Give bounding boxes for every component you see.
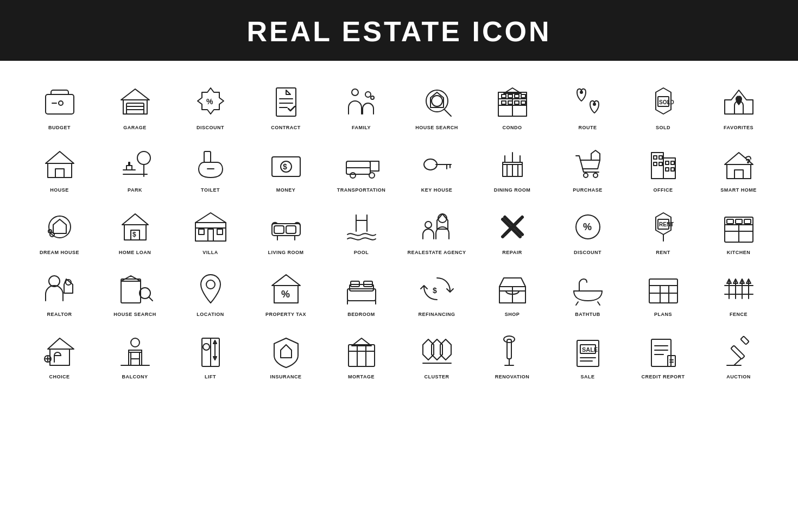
icon-cell-dream-house: DREAM HOUSE bbox=[22, 202, 97, 259]
discount2-label: DISCOUNT bbox=[574, 250, 601, 256]
garage-label: GARAGE bbox=[123, 125, 147, 131]
icon-cell-plans: PLANS bbox=[625, 264, 701, 321]
svg-text:$: $ bbox=[433, 286, 437, 295]
svg-rect-73 bbox=[654, 156, 657, 159]
park-icon bbox=[116, 145, 155, 184]
icon-cell-toilet: TOILET bbox=[173, 140, 248, 197]
svg-marker-11 bbox=[286, 90, 290, 94]
icon-cell-fence: FENCE bbox=[701, 264, 776, 321]
mortage-icon bbox=[342, 332, 381, 371]
house-icon bbox=[40, 145, 79, 184]
icon-cell-cluster: CLUSTER bbox=[399, 326, 474, 383]
park-label: PARK bbox=[128, 187, 142, 193]
svg-line-20 bbox=[445, 110, 451, 116]
icon-cell-credit-report: CREDIT REPORT bbox=[625, 326, 701, 383]
realtor-label: REALTOR bbox=[47, 312, 72, 318]
icon-cell-choice: CHOICE bbox=[22, 326, 97, 383]
realestate-agency-icon bbox=[417, 207, 457, 246]
lift-icon bbox=[191, 332, 230, 371]
svg-marker-89 bbox=[122, 214, 148, 225]
toilet-icon bbox=[191, 145, 230, 184]
svg-rect-166 bbox=[50, 349, 69, 365]
icon-cell-money: $ MONEY bbox=[248, 140, 324, 197]
svg-rect-42 bbox=[55, 169, 64, 178]
icon-cell-bathtub: BATHTUB bbox=[550, 264, 625, 321]
svg-rect-150 bbox=[649, 279, 677, 303]
svg-point-16 bbox=[365, 92, 371, 97]
budget-icon bbox=[40, 83, 79, 122]
fence-label: FENCE bbox=[730, 312, 748, 318]
icon-cell-mortage: MORTAGE bbox=[324, 326, 399, 383]
family-icon bbox=[342, 83, 381, 122]
icon-cell-kitchen: KITCHEN bbox=[701, 202, 776, 259]
shop-icon bbox=[493, 269, 532, 308]
location-icon bbox=[191, 269, 230, 308]
svg-rect-0 bbox=[46, 94, 74, 114]
repair-label: REPAIR bbox=[502, 250, 522, 256]
svg-line-149 bbox=[598, 302, 600, 305]
icon-cell-house-search: HOUSE SEARCH bbox=[399, 77, 474, 134]
svg-point-171 bbox=[131, 338, 140, 347]
plans-label: PLANS bbox=[654, 312, 672, 318]
dining-room-label: DINING ROOM bbox=[494, 187, 531, 193]
auction-label: AUCTION bbox=[726, 374, 751, 380]
icon-cell-route: ROUTE bbox=[550, 77, 625, 134]
icon-cell-renovation: RENOVATION bbox=[474, 326, 550, 383]
svg-rect-75 bbox=[654, 162, 657, 166]
auction-icon bbox=[719, 332, 758, 371]
page-title: REAL ESTATE ICON bbox=[0, 0, 798, 61]
svg-point-133 bbox=[206, 280, 215, 289]
icon-cell-discount: % DISCOUNT bbox=[173, 77, 248, 134]
icon-cell-refinancing: $ REFINANCING bbox=[399, 264, 474, 321]
repair-icon bbox=[493, 207, 532, 246]
svg-rect-32 bbox=[515, 101, 519, 104]
condo-label: CONDO bbox=[503, 125, 522, 131]
contract-label: CONTRACT bbox=[271, 125, 301, 131]
svg-rect-97 bbox=[217, 229, 223, 235]
icon-cell-contract: CONTRACT bbox=[248, 77, 324, 134]
icon-cell-key-house: KEY HOUSE bbox=[399, 140, 474, 197]
svg-rect-123 bbox=[744, 219, 751, 224]
icon-cell-pool: POOL bbox=[324, 202, 399, 259]
svg-rect-121 bbox=[727, 219, 733, 224]
icon-cell-office: OFFICE bbox=[625, 140, 701, 197]
svg-line-132 bbox=[149, 297, 153, 301]
svg-point-36 bbox=[593, 103, 596, 106]
discount-label: DISCOUNT bbox=[197, 125, 224, 131]
plans-icon bbox=[644, 269, 683, 308]
sold-icon: SOLD bbox=[644, 83, 683, 122]
svg-marker-165 bbox=[48, 338, 74, 349]
svg-marker-55 bbox=[370, 161, 379, 171]
discount2-icon: % bbox=[568, 207, 607, 246]
icon-cell-auction: AUCTION bbox=[701, 326, 776, 383]
svg-rect-82 bbox=[727, 164, 751, 179]
transportation-icon bbox=[342, 145, 381, 184]
mortage-label: MORTAGE bbox=[348, 374, 375, 380]
svg-rect-30 bbox=[502, 101, 506, 104]
route-icon bbox=[568, 83, 607, 122]
svg-marker-19 bbox=[430, 92, 444, 107]
renovation-label: RENOVATION bbox=[495, 374, 530, 380]
svg-rect-96 bbox=[208, 229, 213, 241]
svg-rect-5 bbox=[126, 103, 144, 114]
header: REAL ESTATE ICON bbox=[0, 0, 798, 61]
bedroom-label: BEDROOM bbox=[347, 312, 375, 318]
svg-rect-95 bbox=[199, 229, 204, 235]
svg-point-57 bbox=[369, 173, 375, 178]
svg-marker-86 bbox=[53, 219, 66, 233]
icon-cell-house: HOUSE bbox=[22, 140, 97, 197]
icon-cell-realestate-agency: REALESTATE AGENCY bbox=[399, 202, 474, 259]
svg-rect-138 bbox=[350, 284, 373, 291]
icon-cell-repair: REPAIR bbox=[474, 202, 550, 259]
bathtub-icon bbox=[568, 269, 607, 308]
property-tax-icon: % bbox=[267, 269, 306, 308]
svg-point-18 bbox=[426, 90, 448, 112]
svg-point-59 bbox=[424, 159, 437, 170]
svg-marker-184 bbox=[281, 345, 292, 358]
svg-rect-78 bbox=[671, 161, 674, 164]
balcony-label: BALCONY bbox=[122, 374, 148, 380]
icon-cell-sold: SOLD SOLD bbox=[625, 77, 701, 134]
svg-rect-76 bbox=[659, 162, 662, 166]
svg-marker-70 bbox=[591, 150, 600, 160]
insurance-label: INSURANCE bbox=[270, 374, 301, 380]
